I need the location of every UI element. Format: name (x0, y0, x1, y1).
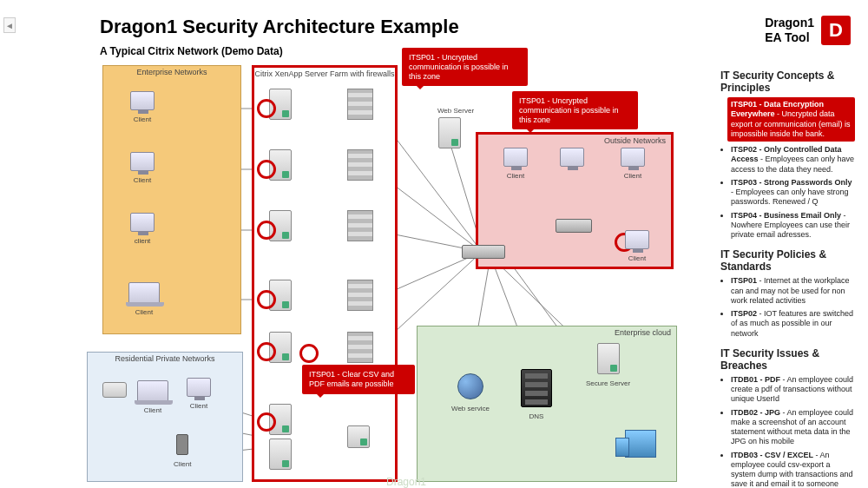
pc-icon (130, 152, 155, 171)
prev-page-arrow[interactable]: ◄ (3, 17, 16, 33)
server-icon (269, 439, 292, 470)
firewall-icon (347, 210, 373, 241)
violation-marker[interactable] (257, 290, 276, 309)
router-icon (462, 245, 505, 259)
laptop-icon (137, 380, 168, 401)
pc-icon (187, 378, 211, 397)
concepts-list: ITSP01 - Data Encryption Everywhere - Un… (731, 97, 855, 240)
citrix-gateway[interactable] (347, 425, 370, 452)
list-item[interactable]: ITDB03 - CSV / EXCEL - An employee could… (731, 451, 855, 489)
server-icon (438, 117, 461, 148)
brand-logo-icon: D (821, 16, 851, 45)
server-icon (597, 343, 620, 374)
outside-client-3[interactable]: Client (621, 148, 645, 180)
firewall-icon (347, 89, 373, 120)
building[interactable] (625, 430, 656, 461)
rack-icon (521, 369, 552, 407)
zone-label: Residential Private Networks (88, 354, 242, 363)
dns-server[interactable]: DNS (521, 369, 552, 420)
modem-icon (102, 382, 127, 398)
residential-pc[interactable]: Client (187, 378, 211, 410)
list-item[interactable]: ITSP03 - Strong Passwords Only - Employe… (731, 178, 855, 208)
list-item[interactable]: ITSP01 - Internet at the workplace can a… (731, 276, 855, 306)
callout-itsp01-zone1[interactable]: ITSP01 - Uncrypted communication is poss… (402, 48, 528, 86)
zone-label: Enterprise Networks (103, 68, 240, 76)
enterprise-client-2[interactable]: Client (130, 152, 155, 184)
pc-icon (625, 230, 649, 249)
policies-list: ITSP01 - Internet at the workplace can a… (731, 276, 855, 339)
enterprise-client-4[interactable]: Client (128, 282, 160, 316)
firewall-5[interactable] (347, 332, 373, 366)
residential-phone[interactable]: Client (174, 434, 191, 468)
residential-modem[interactable] (102, 382, 127, 401)
router-icon (556, 219, 592, 233)
zone-residential-networks[interactable]: Residential Private Networks (87, 352, 243, 482)
pc-icon (560, 148, 584, 167)
building-icon (625, 430, 656, 458)
violation-marker[interactable] (257, 99, 276, 118)
violation-marker[interactable] (257, 221, 276, 240)
central-router[interactable] (462, 245, 505, 262)
outside-client-1[interactable]: Client (503, 148, 528, 180)
brand-name: Dragon1 (765, 16, 814, 30)
brand-sub: EA Tool (765, 30, 809, 44)
page-subtitle: A Typical Citrix Network (Demo Data) (100, 45, 283, 57)
pc-icon (130, 213, 155, 232)
globe-icon (457, 373, 483, 399)
callout-itsp01-csv-pdf[interactable]: ITSP01 - Clear CSV and PDF emails are po… (302, 365, 415, 394)
firewall-icon (347, 149, 373, 181)
violation-marker[interactable] (257, 342, 276, 361)
enterprise-client-3[interactable]: client (130, 213, 155, 245)
outside-client-2[interactable] (560, 148, 584, 170)
web-server[interactable]: Web Server (438, 117, 461, 152)
enterprise-client-1[interactable]: Client (130, 91, 155, 123)
sidebar-heading-policies: IT Security Policies & Standards (720, 248, 855, 273)
callout-itsp01-zone2[interactable]: ITSP01 - Uncrypted communication is poss… (512, 91, 638, 129)
violation-marker[interactable] (299, 344, 319, 363)
outside-client-4[interactable]: Client (625, 230, 649, 262)
outside-switch[interactable] (556, 219, 592, 236)
sidebar-heading-concepts: IT Security Concepts & Principles (720, 69, 855, 94)
issues-list: ITDB01 - PDF - An employee could create … (731, 375, 855, 488)
page-title: Dragon1 Security Architecture Example (100, 16, 459, 38)
violation-marker[interactable] (257, 412, 276, 432)
pc-icon (621, 148, 645, 167)
list-item[interactable]: ITSP04 - Business Email Only - Nowhere E… (731, 211, 855, 241)
firewall-4[interactable] (347, 280, 373, 314)
firewall-icon (347, 332, 373, 363)
residential-laptop[interactable]: Client (137, 380, 168, 414)
citrix-server-7[interactable] (269, 439, 292, 473)
list-item[interactable]: ITSP02 - IOT features are switched of as… (731, 309, 855, 339)
firewall-icon (347, 280, 373, 311)
zone-label: Outside Networks (478, 136, 666, 145)
laptop-icon (128, 282, 160, 303)
firewall-2[interactable] (347, 149, 373, 184)
firewall-3[interactable] (347, 210, 373, 245)
zone-label: Enterprise cloud (418, 328, 671, 337)
phone-icon (176, 434, 188, 455)
zone-enterprise-networks[interactable]: Enterprise Networks (102, 65, 241, 334)
brand-block: Dragon1 EA Tool D (765, 16, 851, 45)
firewall-1[interactable] (347, 89, 373, 123)
web-service[interactable]: Web service (451, 373, 490, 412)
secure-server[interactable]: Secure Server (586, 343, 630, 387)
server-icon (347, 425, 370, 448)
pc-icon (130, 91, 155, 110)
list-item[interactable]: ITDB02 - JPG - An employee could make a … (731, 408, 855, 447)
list-item[interactable]: ITSP01 - Data Encryption Everywhere - Un… (727, 97, 855, 142)
pc-icon (503, 148, 528, 167)
list-item[interactable]: ITSP02 - Only Controlled Data Access - E… (731, 145, 855, 175)
zone-label: Citrix XenApp Server Farm with firewalls (254, 69, 395, 78)
watermark: Dragon1 (386, 476, 426, 488)
architecture-diagram: Enterprise Networks Citrix XenApp Server… (87, 61, 712, 478)
sidebar-heading-issues: IT Security Issues & Breaches (720, 347, 855, 372)
sidebar: IT Security Concepts & Principles ITSP01… (720, 61, 855, 488)
violation-marker[interactable] (257, 160, 276, 179)
list-item[interactable]: ITDB01 - PDF - An employee could create … (731, 375, 855, 405)
